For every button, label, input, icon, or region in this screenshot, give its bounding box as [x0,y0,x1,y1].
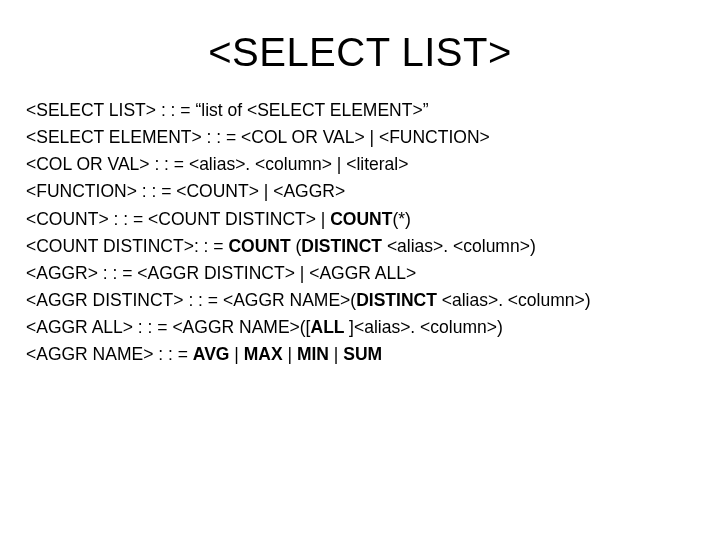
rule-text: <AGGR ALL> : : = <AGGR NAME>([ [26,317,311,337]
rule-text: ]<alias>. <column>) [349,317,503,337]
grammar-rule: <COUNT DISTINCT>: : = COUNT (DISTINCT <a… [26,233,694,260]
keyword: COUNT [330,209,392,229]
rule-text: <SELECT ELEMENT> : : = <COL OR VAL> | <F… [26,127,490,147]
rule-text: <alias>. <column>) [442,290,591,310]
grammar-rule: <SELECT ELEMENT> : : = <COL OR VAL> | <F… [26,124,694,151]
rule-text: (*) [392,209,410,229]
grammar-rule: <AGGR ALL> : : = <AGGR NAME>([ALL ]<alia… [26,314,694,341]
grammar-rule: <COUNT> : : = <COUNT DISTINCT> | COUNT(*… [26,206,694,233]
keyword: SUM [343,344,382,364]
rule-text: <AGGR NAME> : : = [26,344,193,364]
slide: <SELECT LIST> <SELECT LIST> : : = “list … [0,0,720,540]
grammar-rule: <COL OR VAL> : : = <alias>. <column> | <… [26,151,694,178]
grammar-rule: <SELECT LIST> : : = “list of <SELECT ELE… [26,97,694,124]
rule-text: <COL OR VAL> : : = <alias>. <column> | <… [26,154,408,174]
keyword: DISTINCT [301,236,387,256]
keyword: AVG [193,344,235,364]
rule-text: | [334,344,343,364]
keyword: ALL [311,317,350,337]
grammar-rule: <AGGR NAME> : : = AVG | MAX | MIN | SUM [26,341,694,368]
grammar-rule: <FUNCTION> : : = <COUNT> | <AGGR> [26,178,694,205]
rule-text: <COUNT> : : = <COUNT DISTINCT> | [26,209,330,229]
keyword: COUNT [228,236,295,256]
grammar-rules: <SELECT LIST> : : = “list of <SELECT ELE… [26,97,694,368]
rule-text: <alias>. <column>) [387,236,536,256]
rule-text: <AGGR DISTINCT> : : = <AGGR NAME>( [26,290,356,310]
keyword: MAX [244,344,288,364]
keyword: MIN [297,344,334,364]
page-title: <SELECT LIST> [26,30,694,75]
rule-text: <AGGR> : : = <AGGR DISTINCT> | <AGGR ALL… [26,263,416,283]
rule-text: | [287,344,296,364]
grammar-rule: <AGGR DISTINCT> : : = <AGGR NAME>(DISTIN… [26,287,694,314]
rule-text: | [234,344,243,364]
rule-text: <FUNCTION> : : = <COUNT> | <AGGR> [26,181,345,201]
rule-text: <SELECT LIST> : : = “list of <SELECT ELE… [26,100,429,120]
rule-text: <COUNT DISTINCT>: : = [26,236,228,256]
grammar-rule: <AGGR> : : = <AGGR DISTINCT> | <AGGR ALL… [26,260,694,287]
keyword: DISTINCT [356,290,442,310]
